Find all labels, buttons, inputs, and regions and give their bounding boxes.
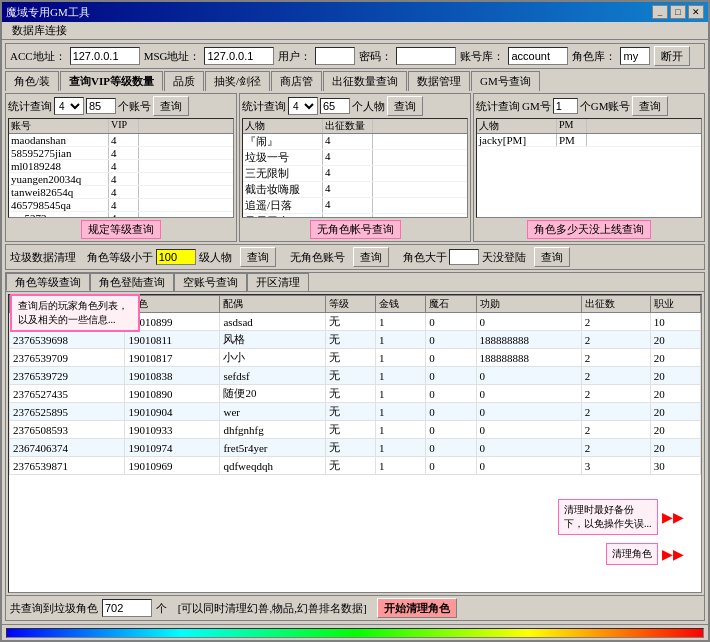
- arrow-right2-icon: ▶▶: [662, 546, 684, 563]
- tab-lottery[interactable]: 抽奖/剑径: [205, 71, 270, 91]
- user-input[interactable]: [315, 47, 355, 65]
- table-row[interactable]: 237653972919010838sefdsf无100220: [10, 367, 701, 385]
- list-item[interactable]: 风雪无痕4: [243, 214, 467, 218]
- footer-bar: 共查询到垃圾角色 个 [可以同时清理幻兽,物品,幻兽排名数据] 开始清理角色: [6, 595, 704, 620]
- left-query-button[interactable]: 查询: [153, 96, 189, 116]
- left-list-header: 账号 VIP: [9, 119, 233, 134]
- mid-select[interactable]: 4123: [288, 97, 318, 115]
- pwd-input[interactable]: [396, 47, 456, 65]
- msg-label: MSG地址：: [144, 49, 201, 64]
- level-query-button[interactable]: 查询: [240, 247, 276, 267]
- tab-quality[interactable]: 品质: [164, 71, 204, 91]
- list-item[interactable]: 58595275jian4: [9, 147, 233, 160]
- clean-button[interactable]: 开始清理角色: [377, 598, 457, 618]
- mid-col-exp: 出征数量: [323, 119, 373, 133]
- tab-vip[interactable]: 查询VIP等级数量: [60, 71, 163, 91]
- list-item[interactable]: tanwei82654q4: [9, 186, 233, 199]
- table-row[interactable]: 237653987119010969qdfweqdqh无100330: [10, 457, 701, 475]
- list-item[interactable]: 三无限制4: [243, 166, 467, 182]
- mid-count-input[interactable]: [320, 98, 350, 114]
- list-item[interactable]: 截击妆嗨服4: [243, 182, 467, 198]
- left-vip-select[interactable]: 41235: [54, 97, 84, 115]
- bottom-tab-clear[interactable]: 开区清理: [247, 273, 309, 291]
- table-body: 237653978919010899asdsad无100210 23765396…: [10, 313, 701, 475]
- right-gm-account-label: 个GM账号: [580, 99, 631, 114]
- close-button[interactable]: ✕: [688, 5, 704, 19]
- top-panels: 统计查询 41235 个账号 查询 账号 VIP maodanshan4 585…: [5, 93, 705, 242]
- acc-address-input[interactable]: [70, 47, 140, 65]
- mid-pink-button[interactable]: 无角色帐号查询: [310, 220, 401, 239]
- table-row[interactable]: 237653970919010817小小无10188888888220: [10, 349, 701, 367]
- left-col-account: 账号: [9, 119, 109, 133]
- level-input[interactable]: [156, 249, 196, 265]
- tab-data[interactable]: 数据管理: [408, 71, 470, 91]
- trash-section: 垃圾数据清理 角色等级小于 级人物 查询 无角色账号 查询 角色大于 天没登陆 …: [5, 244, 705, 270]
- list-item[interactable]: 465798545qa4: [9, 199, 233, 212]
- tab-shop[interactable]: 商店管: [271, 71, 322, 91]
- th-job: 职业: [650, 296, 700, 313]
- right-query-row: 统计查询 GM号 个GM账号 查询: [476, 96, 702, 116]
- count-input[interactable]: [102, 599, 152, 617]
- days-input[interactable]: [449, 249, 479, 265]
- role-input[interactable]: [620, 47, 650, 65]
- right-count-input[interactable]: [553, 98, 578, 114]
- table-row[interactable]: 237650859319010933dhfgnhfg无100220: [10, 421, 701, 439]
- backup-warning-text: 清理时最好备份下，以免操作失误...: [564, 504, 652, 529]
- left-count-input[interactable]: [86, 98, 116, 114]
- clean-role-box: 清理角色: [606, 543, 658, 565]
- table-row[interactable]: 237653969819010811风格无10188888888220: [10, 331, 701, 349]
- pwd-label: 密码：: [359, 49, 392, 64]
- list-item[interactable]: yrs5273qa4: [9, 212, 233, 218]
- db-input[interactable]: [508, 47, 568, 65]
- tab-expedition[interactable]: 出征数量查询: [323, 71, 407, 91]
- table-row[interactable]: 236740637419010974fret5r4yer无100220: [10, 439, 701, 457]
- mid-col-person: 人物: [243, 119, 323, 133]
- gt-label: 角色大于: [403, 251, 447, 263]
- menu-db[interactable]: 数据库连接: [6, 22, 73, 39]
- list-item[interactable]: ml01892484: [9, 160, 233, 173]
- right-col-person: 人物: [477, 119, 557, 133]
- bottom-tab-level[interactable]: 角色等级查询: [6, 273, 90, 291]
- disconnect-button[interactable]: 断开: [654, 46, 690, 66]
- backup-warning-box: 清理时最好备份下，以免操作失误...: [558, 499, 658, 535]
- window-controls: _ □ ✕: [652, 5, 704, 19]
- days-unit: 天没登陆: [482, 251, 526, 263]
- table-row[interactable]: 237652589519010904wer无100220: [10, 403, 701, 421]
- list-item[interactable]: yuangen20034q4: [9, 173, 233, 186]
- bottom-tab-empty[interactable]: 空账号查询: [174, 273, 247, 291]
- no-role-query-button[interactable]: 查询: [353, 247, 389, 267]
- main-table-container[interactable]: 账号 角色 配偶 等级 金钱 魔石 功勋 出征数 职业: [8, 294, 702, 593]
- left-query-row: 统计查询 41235 个账号 查询: [8, 96, 234, 116]
- list-item[interactable]: 垃圾一号4: [243, 150, 467, 166]
- right-list-header: 人物 PM: [477, 119, 701, 134]
- maximize-button[interactable]: □: [670, 5, 686, 19]
- msg-address-input[interactable]: [204, 47, 274, 65]
- list-item[interactable]: 追遥/日落4: [243, 198, 467, 214]
- right-query-button[interactable]: 查询: [632, 96, 668, 116]
- mid-person-label: 个人物: [352, 99, 385, 114]
- tab-role[interactable]: 角色/装: [5, 71, 59, 91]
- mid-query-button[interactable]: 查询: [387, 96, 423, 116]
- left-col-vip: VIP: [109, 119, 139, 133]
- list-item[interactable]: maodanshan4: [9, 134, 233, 147]
- th-level: 等级: [325, 296, 375, 313]
- bottom-section: 角色等级查询 角色登陆查询 空账号查询 开区清理 查询后的玩家角色列表，以及相关…: [5, 272, 705, 621]
- th-expedition: 出征数: [581, 296, 650, 313]
- left-pink-button[interactable]: 规定等级查询: [81, 220, 161, 239]
- list-item[interactable]: 『闹』4: [243, 134, 467, 150]
- right-panel: 统计查询 GM号 个GM账号 查询 人物 PM jacky[PM]PM 角色多少…: [473, 93, 705, 242]
- table-row[interactable]: 237652743519010890随便20无100220: [10, 385, 701, 403]
- minimize-button[interactable]: _: [652, 5, 668, 19]
- count-unit: 个: [156, 601, 167, 616]
- list-item[interactable]: jacky[PM]PM: [477, 134, 701, 147]
- menu-bar: 数据库连接: [2, 22, 708, 40]
- right-pink-button[interactable]: 角色多少天没上线查询: [527, 220, 651, 239]
- acc-label: ACC地址：: [10, 49, 66, 64]
- bottom-tab-login[interactable]: 角色登陆查询: [90, 273, 174, 291]
- mid-list: 人物 出征数量 『闹』4 垃圾一号4 三无限制4 截击妆嗨服4 追遥/日落4 风…: [242, 118, 468, 218]
- right-gm-label: GM号: [522, 99, 551, 114]
- arrow-right-icon: ▶▶: [662, 509, 684, 526]
- tab-gm[interactable]: GM号查询: [471, 71, 540, 91]
- title-bar: 魔域专用GM工具 _ □ ✕: [2, 2, 708, 22]
- days-query-button[interactable]: 查询: [534, 247, 570, 267]
